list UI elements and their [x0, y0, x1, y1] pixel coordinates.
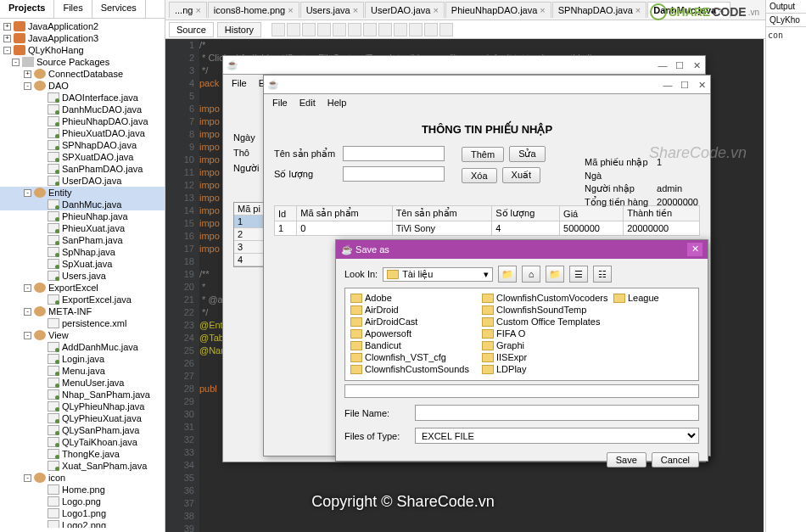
- close-icon[interactable]: ×: [433, 5, 438, 15]
- tree-item[interactable]: -QLyKhoHang: [0, 44, 165, 56]
- project-tree[interactable]: +JavaApplication2+JavaApplication3-QLyKh…: [0, 19, 165, 528]
- tree-item[interactable]: -icon: [0, 472, 165, 484]
- detail-view-icon[interactable]: ☷: [593, 266, 612, 283]
- tree-item[interactable]: AddDanhMuc.java: [0, 341, 165, 353]
- tab-files[interactable]: Files: [54, 0, 92, 18]
- toolbar-icon[interactable]: [317, 23, 331, 36]
- minimize-icon[interactable]: —: [658, 60, 668, 70]
- file-item[interactable]: League: [612, 292, 699, 304]
- sub-tab-source[interactable]: Source: [169, 22, 214, 37]
- file-item[interactable]: LDPlay: [480, 363, 612, 375]
- file-item[interactable]: AirDroidCast: [349, 316, 480, 328]
- menu-file[interactable]: File: [267, 96, 293, 109]
- tree-item[interactable]: +JavaApplication3: [0, 32, 165, 44]
- toolbar-icon[interactable]: [271, 23, 285, 36]
- tree-item[interactable]: Login.java: [0, 353, 165, 365]
- maximize-icon[interactable]: ☐: [674, 60, 685, 70]
- tree-item[interactable]: -META-INF: [0, 305, 165, 317]
- tab-projects[interactable]: Projects: [0, 0, 54, 18]
- tree-item[interactable]: -Source Packages: [0, 56, 165, 68]
- table-row[interactable]: 1 0 TiVi Sony 4 5000000 20000000: [275, 221, 700, 236]
- tree-item[interactable]: +JavaApplication2: [0, 20, 165, 32]
- toolbar-icon[interactable]: [378, 23, 392, 36]
- toolbar-icon[interactable]: [394, 23, 407, 36]
- home-icon[interactable]: ⌂: [522, 266, 540, 283]
- toolbar-icon[interactable]: [333, 23, 346, 36]
- them-button[interactable]: Thêm: [462, 147, 504, 162]
- tree-item[interactable]: PhieuXuatDAO.java: [0, 127, 165, 139]
- file-item[interactable]: AirDroid: [349, 304, 480, 316]
- tree-item[interactable]: ThongKe.java: [0, 448, 165, 460]
- menu-edit[interactable]: Edit: [294, 96, 321, 109]
- close-icon[interactable]: ×: [635, 5, 641, 15]
- tree-item[interactable]: PhieuNhap.java: [0, 210, 165, 222]
- tree-item[interactable]: Home.png: [0, 484, 165, 496]
- expand-icon[interactable]: +: [3, 23, 11, 31]
- dialog2-titlebar[interactable]: ☕ — ☐ ✕: [264, 76, 710, 94]
- toolbar-icon[interactable]: [287, 23, 300, 36]
- expand-icon[interactable]: +: [3, 35, 11, 42]
- expand-icon[interactable]: -: [24, 332, 31, 339]
- close-icon[interactable]: ×: [353, 5, 358, 15]
- tree-item[interactable]: SpNhap.java: [0, 246, 165, 258]
- input-so-luong[interactable]: [343, 166, 445, 182]
- expand-icon[interactable]: -: [24, 82, 31, 90]
- tab-services[interactable]: Services: [92, 0, 146, 18]
- file-item[interactable]: IISExpr: [480, 351, 612, 363]
- tree-item[interactable]: DanhMuc.java: [0, 199, 165, 210]
- tree-item[interactable]: -ExportExcel: [0, 282, 165, 294]
- menu-file[interactable]: File: [227, 76, 252, 90]
- tree-item[interactable]: QLyPhieuXuat.java: [0, 412, 165, 424]
- close-icon[interactable]: ✕: [697, 80, 707, 90]
- file-item[interactable]: ClownfishSoundTemp: [480, 304, 612, 316]
- editor-tab[interactable]: icons8-home.png×: [208, 2, 299, 18]
- file-item[interactable]: Custom Office Templates: [480, 316, 612, 328]
- dialog-titlebar[interactable]: ☕ — ☐ ✕: [223, 56, 705, 75]
- output-tab[interactable]: QLyKho: [766, 14, 806, 27]
- editor-tab[interactable]: ...ng×: [169, 2, 207, 18]
- tree-item[interactable]: Logo1.png: [0, 507, 165, 519]
- tree-item[interactable]: Logo.png: [0, 496, 165, 507]
- tree-item[interactable]: SPXuatDAO.java: [0, 151, 165, 163]
- expand-icon[interactable]: -: [3, 47, 11, 54]
- toolbar-icon[interactable]: [363, 23, 377, 36]
- toolbar-icon[interactable]: [424, 23, 438, 36]
- filename-input[interactable]: [415, 405, 699, 421]
- tree-item[interactable]: MenuUser.java: [0, 377, 165, 389]
- xoa-button[interactable]: Xóa: [462, 168, 497, 183]
- tree-item[interactable]: UserDAO.java: [0, 175, 165, 187]
- file-item[interactable]: ClownfishCustomVocoders: [480, 292, 612, 304]
- cancel-button[interactable]: Cancel: [652, 452, 699, 468]
- close-icon[interactable]: ×: [540, 5, 545, 15]
- tree-item[interactable]: Xuat_SanPham.java: [0, 460, 165, 472]
- toolbar-icon[interactable]: [348, 23, 361, 36]
- tree-item[interactable]: PhieuXuat.java: [0, 222, 165, 234]
- editor-tab[interactable]: PhieuNhapDAO.java×: [445, 2, 551, 18]
- new-folder-icon[interactable]: 📁: [546, 266, 564, 283]
- file-list[interactable]: AdobeAirDroidAirDroidCastApowersoftBandi…: [344, 288, 699, 381]
- editor-tab[interactable]: SPNhapDAO.java×: [552, 2, 646, 18]
- tree-item[interactable]: Logo2.png: [0, 519, 165, 528]
- xuat-button[interactable]: Xuất: [502, 167, 541, 183]
- save-button[interactable]: Save: [607, 452, 646, 468]
- tree-item[interactable]: SanPhamDAO.java: [0, 163, 165, 175]
- close-icon[interactable]: ✕: [691, 60, 702, 70]
- filetype-select[interactable]: EXCEL FILE: [415, 428, 699, 444]
- up-folder-icon[interactable]: 📁: [498, 266, 517, 283]
- tree-item[interactable]: Menu.java: [0, 365, 165, 377]
- expand-icon[interactable]: -: [12, 59, 20, 66]
- list-view-icon[interactable]: ☰: [569, 266, 588, 283]
- expand-icon[interactable]: -: [24, 284, 31, 292]
- tree-item[interactable]: Users.java: [0, 270, 165, 282]
- sub-tab-history[interactable]: History: [217, 22, 261, 37]
- tree-item[interactable]: -View: [0, 329, 165, 341]
- close-icon[interactable]: ✕: [687, 243, 702, 256]
- toolbar-icon[interactable]: [439, 23, 453, 36]
- tree-item[interactable]: SpXuat.java: [0, 258, 165, 270]
- toolbar-icon[interactable]: [409, 23, 423, 36]
- file-item[interactable]: ClownfishCustomSounds: [349, 363, 480, 375]
- tree-item[interactable]: QLyTaiKhoan.java: [0, 436, 165, 448]
- save-dialog-titlebar[interactable]: ☕ Save as ✕: [336, 240, 708, 259]
- close-icon[interactable]: ×: [288, 5, 293, 15]
- tree-item[interactable]: PhieuNhapDAO.java: [0, 115, 165, 127]
